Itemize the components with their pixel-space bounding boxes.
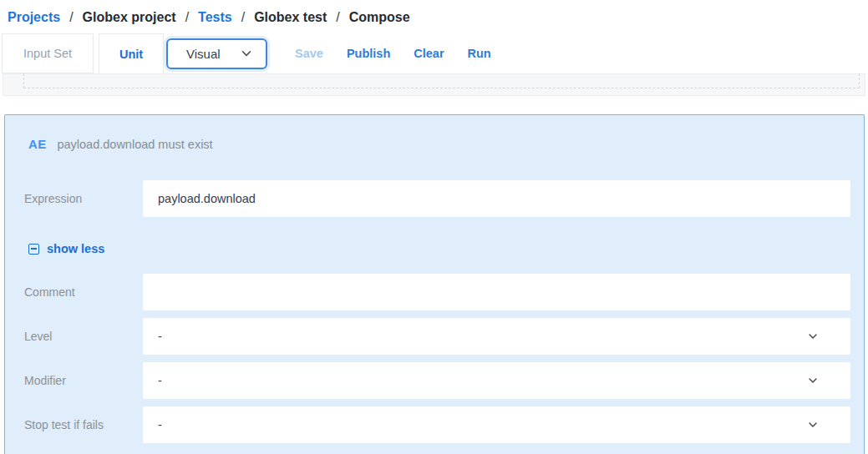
breadcrumb: Projects / Globex project / Tests / Glob… [0,0,868,33]
level-select[interactable]: - [143,318,850,355]
expression-label: Expression [5,192,143,205]
assertion-title: payload.download must exist [57,138,212,151]
toolbar-actions: Save Publish Clear Run [295,33,491,73]
field-row-modifier: Modifier - [5,362,850,399]
collapse-minus-icon [28,244,39,255]
assertion-panel-header: AE payload.download must exist [5,115,864,151]
breadcrumb-projects[interactable]: Projects [8,10,60,25]
tab-input-set[interactable]: Input Set [2,33,94,73]
run-button[interactable]: Run [468,47,491,60]
field-row-comment: Comment [5,274,850,310]
assertion-code-badge: AE [28,137,46,151]
chevron-down-icon [807,419,819,431]
comment-label: Comment [5,285,143,299]
breadcrumb-separator: / [185,10,189,25]
modifier-select[interactable]: - [143,362,850,399]
field-row-level: Level - [5,318,850,355]
breadcrumb-separator: / [241,10,245,25]
view-mode-value: Visual [186,47,221,61]
stop-test-if-fails-label: Stop test if fails [5,418,143,431]
breadcrumb-compose: Compose [349,10,410,25]
composer-toolbar: Input Set Unit Visual Save Publish Clear… [0,33,868,73]
stop-test-if-fails-select[interactable]: - [143,406,850,443]
stop-test-if-fails-select-value: - [158,418,162,431]
breadcrumb-tests[interactable]: Tests [198,10,232,25]
modifier-label: Modifier [5,374,143,387]
level-select-value: - [158,330,162,343]
chevron-down-icon [807,330,819,342]
breadcrumb-test-name: Globex test [254,10,327,25]
tab-unit[interactable]: Unit [99,33,164,73]
assertion-panel[interactable]: AE payload.download must exist Expressio… [4,114,865,454]
chevron-down-icon [240,47,253,60]
show-less-label: show less [47,242,104,255]
chevron-down-icon [807,375,819,386]
breadcrumb-project-name: Globex project [83,10,176,25]
drop-zone-dashed-outline [23,73,860,88]
component-drop-zone[interactable] [3,73,865,96]
breadcrumb-separator: / [69,10,73,25]
publish-button[interactable]: Publish [347,47,390,60]
modifier-select-value: - [158,374,162,387]
field-row-stop-test-if-fails: Stop test if fails - [5,406,850,443]
show-less-toggle[interactable]: show less [28,242,864,255]
field-row-expression: Expression [5,180,850,217]
save-button[interactable]: Save [295,47,323,60]
breadcrumb-separator: / [336,10,339,25]
clear-button[interactable]: Clear [414,47,444,60]
expression-input[interactable] [143,180,850,217]
level-label: Level [5,330,143,343]
view-mode-select[interactable]: Visual [166,38,267,69]
comment-input[interactable] [143,274,850,310]
